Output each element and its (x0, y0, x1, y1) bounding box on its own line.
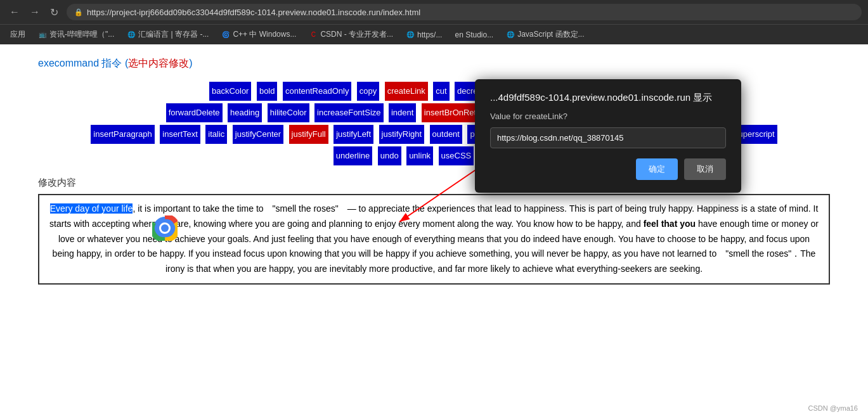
cmd-heading[interactable]: heading (228, 103, 262, 122)
dialog-input[interactable] (490, 127, 726, 148)
cmd-increaseFontSize[interactable]: increaseFontSize (314, 103, 383, 122)
cpp-label: C++ 中 Windows... (233, 29, 296, 40)
cmd-insertParagraph[interactable]: insertParagraph (91, 125, 155, 144)
url-text: https://project-iprj666dd09b6c33044d9fdf… (87, 8, 420, 17)
forward-button[interactable]: → (27, 5, 43, 19)
studio-label: en Studio... (455, 30, 493, 39)
assembly-label: 汇编语言 | 寄存器 -... (138, 29, 209, 40)
https-favicon: 🌐 (406, 30, 415, 39)
csdn-label: CSDN - 专业开发者... (320, 29, 393, 40)
bookmark-csdn[interactable]: C CSDN - 专业开发者... (304, 27, 398, 42)
bookmark-js[interactable]: 🌐 JavaScript 函数定... (501, 27, 589, 42)
cancel-button[interactable]: 取消 (684, 158, 726, 180)
bookmarks-bar: 应用 📺 资讯-哔哩哔哩（"... 🌐 汇编语言 | 寄存器 -... 🌀 C+… (0, 24, 868, 44)
cpp-favicon: 🌀 (221, 30, 230, 39)
apps-label: 应用 (10, 29, 25, 40)
cmd-indent[interactable]: indent (389, 103, 416, 122)
cmd-justifyCenter[interactable]: justifyCenter (233, 125, 283, 144)
confirm-button[interactable]: 确定 (636, 158, 678, 180)
cmd-italic[interactable]: italic (205, 125, 227, 144)
bilibili-label: 资讯-哔哩哔哩（"... (49, 29, 114, 40)
dialog-subtitle: Value for createLink? (490, 112, 726, 121)
csdn-favicon: C (309, 30, 318, 39)
cmd-bold[interactable]: bold (257, 82, 278, 101)
cmd-contentReadOnly[interactable]: contentReadOnly (283, 82, 351, 101)
cmd-copy[interactable]: copy (357, 82, 379, 101)
cmd-backColor[interactable]: backColor (209, 82, 252, 101)
svg-point-2 (161, 224, 169, 232)
bookmark-studio[interactable]: en Studio... (450, 29, 498, 41)
cmd-hiliteColor[interactable]: hiliteColor (268, 103, 309, 122)
cmd-insertText[interactable]: insertText (160, 125, 200, 144)
address-bar[interactable]: 🔒 https://project-iprj666dd09b6c33044d9f… (67, 4, 862, 20)
page-title: execommand 指令 (选中内容修改) (38, 57, 830, 70)
title-prefix: execommand 指令 ( (38, 58, 128, 68)
cmd-justifyFull[interactable]: justifyFull (289, 125, 328, 144)
cmd-unlink[interactable]: unlink (406, 146, 433, 165)
cmd-outdent[interactable]: outdent (430, 125, 462, 144)
bookmark-assembly[interactable]: 🌐 汇编语言 | 寄存器 -... (122, 27, 214, 42)
reload-button[interactable]: ↻ (47, 5, 62, 20)
js-favicon: 🌐 (506, 30, 515, 39)
nav-buttons: ← → ↻ (6, 5, 62, 20)
js-label: JavaScript 函数定... (517, 29, 584, 40)
chrome-logo (152, 215, 178, 241)
browser-chrome: ← → ↻ 🔒 https://project-iprj666dd09b6c33… (0, 0, 868, 24)
cmd-justifyRight[interactable]: justifyRight (379, 125, 425, 144)
lock-icon: 🔒 (74, 8, 83, 16)
https-label: https/... (417, 30, 442, 39)
cmd-createLink[interactable]: createLink (385, 82, 428, 101)
cmd-cut[interactable]: cut (433, 82, 449, 101)
back-button[interactable]: ← (6, 5, 23, 19)
content-highlight: Every day of your life (50, 203, 133, 214)
bold-text: feel that you (644, 219, 696, 229)
bilibili-favicon: 📺 (38, 30, 47, 39)
cmd-underline[interactable]: underline (334, 146, 373, 165)
bookmark-cpp[interactable]: 🌀 C++ 中 Windows... (216, 27, 301, 42)
cmd-useCSS[interactable]: useCSS (439, 146, 474, 165)
dialog-box: ...4d9fdf589c-1014.preview.node01.inscod… (475, 79, 741, 193)
title-suffix: ) (189, 58, 192, 68)
dialog-title: ...4d9fdf589c-1014.preview.node01.inscod… (490, 92, 726, 104)
page-content: execommand 指令 (选中内容修改) backColor bold co… (0, 44, 868, 417)
cmd-justifyLeft[interactable]: justifyLeft (334, 125, 373, 144)
dialog-overlay: ...4d9fdf589c-1014.preview.node01.inscod… (475, 79, 741, 193)
assembly-favicon: 🌐 (127, 30, 136, 39)
bookmark-apps[interactable]: 应用 (5, 27, 30, 42)
title-highlight: 选中内容修改 (128, 58, 189, 68)
cmd-undo[interactable]: undo (378, 146, 401, 165)
bookmark-https[interactable]: 🌐 https/... (401, 29, 447, 41)
cmd-forwardDelete[interactable]: forwardDelete (166, 103, 223, 122)
watermark: CSDN @yma16 (808, 404, 858, 412)
bookmark-bilibili[interactable]: 📺 资讯-哔哩哔哩（"... (33, 27, 119, 42)
dialog-buttons: 确定 取消 (490, 158, 726, 180)
